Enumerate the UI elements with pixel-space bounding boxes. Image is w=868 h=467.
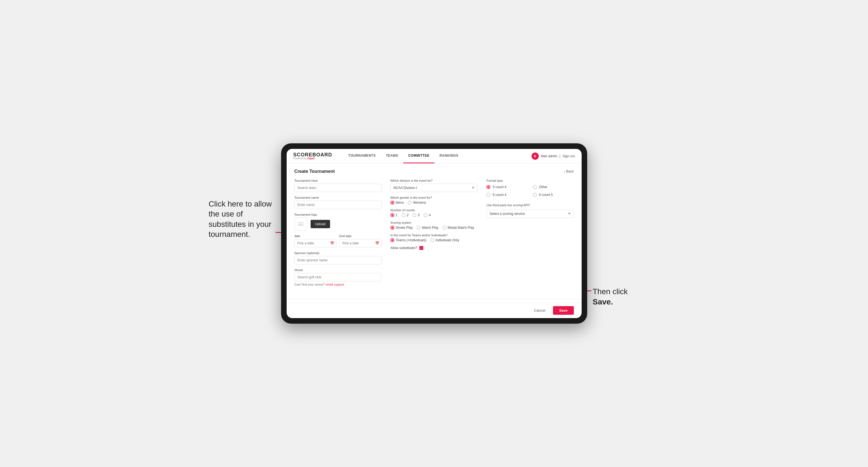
page-title: Create Tournament [294,169,335,174]
rounds-radio-group: 1 2 3 [391,213,477,217]
nav-bar: SCOREBOARD Powered by clippd TOURNAMENTS… [287,149,582,163]
sign-out-link[interactable]: Sign out [562,154,575,158]
individuals-radio[interactable] [430,238,434,242]
division-select[interactable]: NCAA Division I [391,184,477,192]
nav-teams[interactable]: TEAMS [381,149,403,163]
back-link[interactable]: ‹ Back [564,169,574,174]
round-2[interactable]: 2 [402,213,409,217]
sponsor-input[interactable] [294,256,381,264]
tournament-host-input[interactable] [294,184,381,192]
scoring-label: Scoring system [391,221,477,224]
end-date-label: End date [339,234,381,238]
format-other[interactable]: Other [533,185,574,189]
logo-placeholder [294,218,307,230]
nav-separator: | [559,154,560,158]
round-1[interactable]: 1 [391,213,398,217]
nav-rankings[interactable]: RANKINGS [434,149,463,163]
logo-scoreboard: SCOREBOARD [293,152,332,157]
venue-section: Venue Can't find your venue? email suppo… [294,268,381,286]
division-label: Which division is the event for? [391,179,477,182]
format-5count4[interactable]: 5 count 4 [487,185,527,189]
medal-match-play-radio[interactable] [442,226,446,229]
teams-radio[interactable] [391,238,394,242]
date-row: date 📅 End date 📅 [294,234,381,247]
tournament-logo-label: Tournament logo [294,213,381,216]
event-for-radio-group: Teams (+Individuals) Individuals Only [391,238,477,242]
format-other-radio[interactable] [533,185,537,189]
email-support-link[interactable]: email support [326,283,344,286]
content-area: Create Tournament ‹ Back Tournament Host… [287,163,582,295]
medal-match-play[interactable]: Medal Match Play [442,226,474,229]
round-2-radio[interactable] [402,213,405,217]
annotation-right: Then click Save. [593,287,648,307]
user-name: blair admin [541,154,557,158]
format-5count4-radio[interactable] [487,185,490,189]
format-6count4[interactable]: 6 count 4 [487,193,527,197]
event-for-label: Is this event for Teams and/or Individua… [391,234,477,237]
gender-womens[interactable]: Womens [408,201,426,205]
allow-substitutes-checkbox[interactable]: ✓ [420,246,423,250]
gender-womens-radio[interactable] [408,201,412,205]
gender-section: Which gender is the event for? Mens Wome… [391,196,477,205]
round-3-radio[interactable] [412,213,416,217]
rounds-section: Number of rounds 1 2 [391,209,477,217]
round-3[interactable]: 3 [412,213,420,217]
tournament-name-label: Tournament name [294,196,381,199]
nav-committee[interactable]: COMMITTEE [403,149,435,163]
nav-links: TOURNAMENTS TEAMS COMMITTEE RANKINGS [343,149,531,163]
stroke-play-radio[interactable] [391,226,394,229]
form-col-2: Which division is the event for? NCAA Di… [391,179,477,290]
cancel-button[interactable]: Cancel [530,306,550,315]
avatar: B [531,153,539,160]
allow-substitutes-label: Allow substitutes? [391,246,417,250]
venue-label: Venue [294,268,381,272]
gender-radio-group: Mens Womens [391,201,477,205]
upload-button[interactable]: Upload [311,220,330,228]
scoring-system-section: Scoring system Stroke Play Match Play [391,221,477,229]
nav-user: B blair admin | Sign out [531,153,575,160]
match-play-radio[interactable] [416,226,421,229]
venue-input[interactable] [294,273,381,281]
calendar-icon: 📅 [330,241,334,245]
nav-tournaments[interactable]: TOURNAMENTS [343,149,381,163]
logo-area: SCOREBOARD Powered by clippd [293,152,332,160]
scoring-service-section: Use third-party live scoring API? Select… [487,204,574,218]
start-date-label: date [294,234,337,238]
annotation-left: Click here to allow the use of substitut… [209,199,276,240]
match-play[interactable]: Match Play [416,226,438,229]
gender-mens-radio[interactable] [391,201,394,205]
logo-upload-area: Upload [294,218,381,230]
round-4-radio[interactable] [424,213,428,217]
form-col-1: Tournament Host Tournament name Tourname… [294,179,381,290]
tablet-screen: SCOREBOARD Powered by clippd TOURNAMENTS… [287,149,582,318]
format-6count4-radio[interactable] [487,193,490,197]
end-date-wrap: 📅 [339,239,381,247]
individuals-option[interactable]: Individuals Only [430,238,459,242]
tournament-name-input[interactable] [294,201,381,209]
footer-divider [287,299,582,299]
tournament-name-section: Tournament name [294,196,381,209]
format-6count5[interactable]: 6 count 5 [533,193,574,197]
start-date-section: date 📅 [294,234,337,247]
calendar-end-icon: 📅 [375,241,379,245]
scoring-service-select[interactable]: Select a scoring service [487,210,574,218]
rounds-label: Number of rounds [391,209,477,212]
division-section: Which division is the event for? NCAA Di… [391,179,477,192]
tournament-host-section: Tournament Host [294,179,381,192]
tournament-logo-section: Tournament logo Upload [294,213,381,230]
format-type-section: Format type 5 count 4 Other [487,179,574,199]
round-1-radio[interactable] [391,213,394,217]
stroke-play[interactable]: Stroke Play [391,226,413,229]
tablet-frame: SCOREBOARD Powered by clippd TOURNAMENTS… [281,143,587,324]
teams-option[interactable]: Teams (+Individuals) [391,238,426,242]
end-date-section: End date 📅 [339,234,381,247]
format-type-label: Format type [487,179,574,182]
format-6count5-radio[interactable] [533,193,537,197]
venue-hint: Can't find your venue? email support [294,283,381,286]
save-button[interactable]: Save [553,306,574,315]
round-4[interactable]: 4 [424,213,431,217]
page-header: Create Tournament ‹ Back [294,169,574,174]
logo-powered: Powered by clippd [293,157,332,160]
gender-mens[interactable]: Mens [391,201,404,205]
scoring-radio-group: Stroke Play Match Play Medal Match Play [391,226,477,229]
